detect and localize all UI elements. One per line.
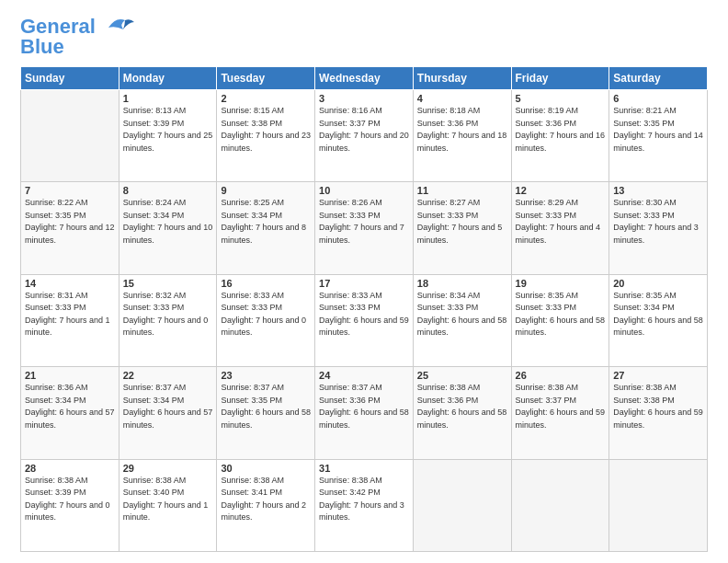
day-number: 9 [221, 185, 311, 196]
sunrise-text: Sunrise: 8:38 AM [25, 476, 88, 485]
sunrise-text: Sunrise: 8:25 AM [221, 198, 284, 207]
day-cell: 19 Sunrise: 8:35 AM Sunset: 3:33 PM Dayl… [511, 274, 609, 366]
day-cell: 23 Sunrise: 8:37 AM Sunset: 3:35 PM Dayl… [217, 367, 315, 459]
day-info: Sunrise: 8:38 AM Sunset: 3:36 PM Dayligh… [417, 382, 507, 431]
day-cell: 22 Sunrise: 8:37 AM Sunset: 3:34 PM Dayl… [119, 367, 217, 459]
day-cell: 28 Sunrise: 8:38 AM Sunset: 3:39 PM Dayl… [21, 459, 119, 551]
daylight-text: Daylight: 6 hours and 57 minutes. [25, 408, 115, 430]
sunrise-text: Sunrise: 8:37 AM [123, 383, 187, 392]
sunset-text: Sunset: 3:39 PM [123, 119, 185, 128]
day-info: Sunrise: 8:37 AM Sunset: 3:34 PM Dayligh… [123, 382, 213, 431]
day-number: 22 [123, 370, 213, 381]
sunset-text: Sunset: 3:33 PM [417, 303, 479, 312]
day-number: 24 [319, 370, 409, 381]
day-cell: 2 Sunrise: 8:15 AM Sunset: 3:38 PM Dayli… [217, 90, 315, 182]
sunset-text: Sunset: 3:33 PM [613, 211, 675, 220]
sunrise-text: Sunrise: 8:38 AM [417, 383, 481, 392]
day-number: 13 [613, 185, 703, 196]
sunrise-text: Sunrise: 8:37 AM [319, 383, 382, 392]
day-cell: 26 Sunrise: 8:38 AM Sunset: 3:37 PM Dayl… [511, 367, 609, 459]
sunset-text: Sunset: 3:34 PM [123, 396, 185, 405]
sunset-text: Sunset: 3:36 PM [516, 119, 577, 128]
sunrise-text: Sunrise: 8:38 AM [123, 476, 187, 485]
sunset-text: Sunset: 3:35 PM [221, 396, 282, 405]
day-number: 28 [25, 463, 115, 474]
day-cell: 7 Sunrise: 8:22 AM Sunset: 3:35 PM Dayli… [21, 182, 119, 274]
day-number: 16 [221, 278, 311, 289]
day-number: 27 [613, 370, 703, 381]
day-cell: 31 Sunrise: 8:38 AM Sunset: 3:42 PM Dayl… [315, 459, 414, 551]
day-number: 26 [516, 370, 606, 381]
sunset-text: Sunset: 3:42 PM [319, 488, 381, 497]
logo-blue: Blue [20, 35, 64, 58]
daylight-text: Daylight: 6 hours and 58 minutes. [417, 408, 507, 430]
day-info: Sunrise: 8:35 AM Sunset: 3:33 PM Dayligh… [516, 290, 606, 339]
daylight-text: Daylight: 6 hours and 58 minutes. [221, 408, 311, 430]
day-cell: 29 Sunrise: 8:38 AM Sunset: 3:40 PM Dayl… [119, 459, 217, 551]
sunrise-text: Sunrise: 8:18 AM [417, 106, 481, 115]
week-row-1: 1 Sunrise: 8:13 AM Sunset: 3:39 PM Dayli… [21, 90, 708, 182]
day-number: 7 [25, 185, 115, 196]
daylight-text: Daylight: 7 hours and 25 minutes. [123, 131, 213, 153]
sunrise-text: Sunrise: 8:38 AM [221, 476, 284, 485]
daylight-text: Daylight: 6 hours and 59 minutes. [516, 408, 606, 430]
col-wednesday: Wednesday [315, 67, 414, 90]
daylight-text: Daylight: 6 hours and 58 minutes. [613, 316, 703, 338]
sunset-text: Sunset: 3:33 PM [516, 303, 577, 312]
day-number: 17 [319, 278, 409, 289]
daylight-text: Daylight: 7 hours and 3 minutes. [613, 223, 699, 245]
day-info: Sunrise: 8:33 AM Sunset: 3:33 PM Dayligh… [319, 290, 409, 339]
sunrise-text: Sunrise: 8:33 AM [319, 291, 382, 300]
sunset-text: Sunset: 3:38 PM [613, 396, 675, 405]
sunrise-text: Sunrise: 8:33 AM [221, 291, 284, 300]
day-info: Sunrise: 8:33 AM Sunset: 3:33 PM Dayligh… [221, 290, 311, 339]
day-info: Sunrise: 8:30 AM Sunset: 3:33 PM Dayligh… [613, 197, 703, 247]
day-info: Sunrise: 8:27 AM Sunset: 3:33 PM Dayligh… [417, 197, 507, 247]
day-number: 6 [613, 93, 703, 104]
sunrise-text: Sunrise: 8:37 AM [221, 383, 284, 392]
week-row-3: 14 Sunrise: 8:31 AM Sunset: 3:33 PM Dayl… [21, 274, 708, 366]
daylight-text: Daylight: 6 hours and 59 minutes. [613, 408, 703, 430]
daylight-text: Daylight: 6 hours and 59 minutes. [319, 316, 409, 338]
sunset-text: Sunset: 3:33 PM [319, 211, 381, 220]
sunset-text: Sunset: 3:33 PM [516, 211, 577, 220]
day-cell: 8 Sunrise: 8:24 AM Sunset: 3:34 PM Dayli… [119, 182, 217, 274]
week-row-5: 28 Sunrise: 8:38 AM Sunset: 3:39 PM Dayl… [21, 459, 708, 551]
day-cell [21, 90, 119, 182]
daylight-text: Daylight: 6 hours and 57 minutes. [123, 408, 213, 430]
sunrise-text: Sunrise: 8:31 AM [25, 291, 88, 300]
day-cell: 18 Sunrise: 8:34 AM Sunset: 3:33 PM Dayl… [413, 274, 511, 366]
sunrise-text: Sunrise: 8:32 AM [123, 291, 187, 300]
sunset-text: Sunset: 3:33 PM [123, 303, 185, 312]
day-info: Sunrise: 8:22 AM Sunset: 3:35 PM Dayligh… [25, 197, 115, 247]
day-number: 1 [123, 93, 213, 104]
day-cell: 17 Sunrise: 8:33 AM Sunset: 3:33 PM Dayl… [315, 274, 414, 366]
day-cell: 14 Sunrise: 8:31 AM Sunset: 3:33 PM Dayl… [21, 274, 119, 366]
day-cell: 13 Sunrise: 8:30 AM Sunset: 3:33 PM Dayl… [609, 182, 708, 274]
daylight-text: Daylight: 7 hours and 18 minutes. [417, 131, 507, 153]
day-cell: 12 Sunrise: 8:29 AM Sunset: 3:33 PM Dayl… [511, 182, 609, 274]
col-friday: Friday [511, 67, 609, 90]
day-number: 14 [25, 278, 115, 289]
day-number: 3 [319, 93, 409, 104]
sunset-text: Sunset: 3:35 PM [25, 211, 86, 220]
sunset-text: Sunset: 3:33 PM [221, 303, 282, 312]
day-info: Sunrise: 8:24 AM Sunset: 3:34 PM Dayligh… [123, 197, 213, 247]
day-number: 4 [417, 93, 507, 104]
day-info: Sunrise: 8:36 AM Sunset: 3:34 PM Dayligh… [25, 382, 115, 431]
daylight-text: Daylight: 7 hours and 2 minutes. [221, 500, 306, 523]
sunset-text: Sunset: 3:34 PM [221, 211, 282, 220]
day-cell [413, 459, 511, 551]
day-info: Sunrise: 8:37 AM Sunset: 3:36 PM Dayligh… [319, 382, 409, 431]
day-info: Sunrise: 8:26 AM Sunset: 3:33 PM Dayligh… [319, 197, 409, 247]
day-cell: 15 Sunrise: 8:32 AM Sunset: 3:33 PM Dayl… [119, 274, 217, 366]
day-number: 10 [319, 185, 409, 196]
day-number: 18 [417, 278, 507, 289]
col-saturday: Saturday [609, 67, 708, 90]
day-info: Sunrise: 8:35 AM Sunset: 3:34 PM Dayligh… [613, 290, 703, 339]
day-info: Sunrise: 8:16 AM Sunset: 3:37 PM Dayligh… [319, 105, 409, 155]
day-cell: 27 Sunrise: 8:38 AM Sunset: 3:38 PM Dayl… [609, 367, 708, 459]
sunset-text: Sunset: 3:36 PM [417, 119, 479, 128]
day-info: Sunrise: 8:21 AM Sunset: 3:35 PM Dayligh… [613, 105, 703, 155]
sunset-text: Sunset: 3:37 PM [516, 396, 577, 405]
